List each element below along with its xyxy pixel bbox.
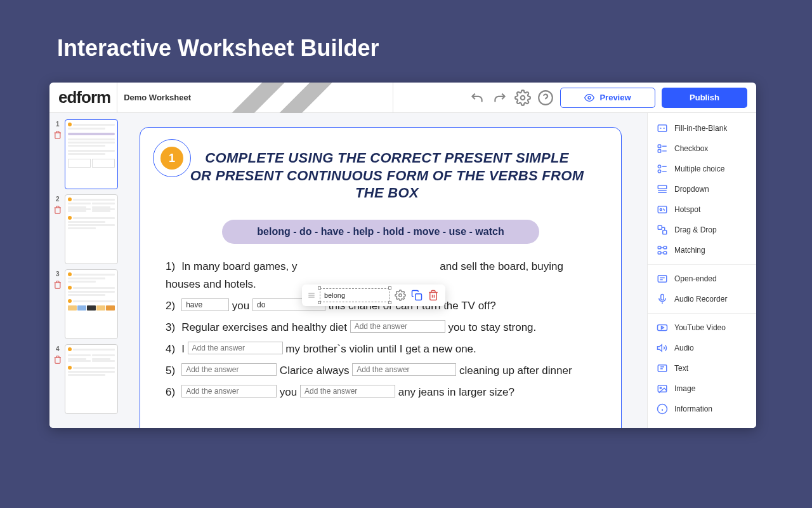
panel-label: Audio Recorder	[674, 295, 727, 304]
toolbar: edform Demo Worksheet Preview Publish	[49, 83, 756, 113]
svg-rect-17	[658, 251, 661, 254]
panel-label: Dropdown	[674, 185, 709, 194]
svg-point-24	[660, 387, 661, 389]
instruction-heading: COMPLETE USING THE CORRECT PRESENT SIMPL…	[166, 149, 596, 202]
field-copy-button[interactable]	[411, 290, 422, 301]
thumb-number: 4	[56, 345, 60, 352]
panel-item-audio-recorder[interactable]: Audio Recorder	[648, 289, 756, 309]
delete-page-button[interactable]	[53, 205, 62, 215]
redo-button[interactable]	[492, 90, 508, 106]
canvas-wrap: 1 COMPLETE USING THE CORRECT PRESENT SIM…	[122, 113, 647, 428]
field-delete-button[interactable]	[428, 290, 439, 301]
svg-rect-13	[658, 225, 662, 229]
text-icon	[657, 363, 668, 374]
fill-blank-icon	[657, 123, 668, 134]
selected-answer-input[interactable]	[320, 288, 390, 302]
svg-rect-20	[661, 295, 664, 300]
page-thumbnail-2[interactable]	[65, 194, 118, 264]
help-button[interactable]	[537, 90, 554, 106]
answer-input[interactable]	[181, 385, 277, 398]
checkbox-icon	[657, 143, 668, 154]
panel-label: Matching	[674, 246, 705, 255]
panel-item-matching[interactable]: Matching	[648, 240, 756, 260]
thumbnail-strip: 1 2	[49, 113, 122, 428]
panel-item-checkbox[interactable]: Checkbox	[648, 138, 756, 159]
image-icon	[657, 383, 668, 394]
preview-button[interactable]: Preview	[560, 88, 655, 108]
answer-input[interactable]	[352, 363, 456, 376]
answer-input[interactable]	[350, 320, 445, 333]
undo-button[interactable]	[469, 90, 485, 106]
question-4: 4)I my brother`s violin until I get a ne…	[166, 340, 596, 358]
worksheet-canvas[interactable]: 1 COMPLETE USING THE CORRECT PRESENT SIM…	[140, 127, 622, 428]
panel-item-dropdown[interactable]: Dropdown	[648, 179, 756, 199]
drag-handle-icon[interactable]	[308, 293, 315, 298]
panel-item-open-ended[interactable]: Open-ended	[648, 269, 756, 289]
answer-input[interactable]	[188, 342, 283, 354]
panel-item-multiple-choice[interactable]: Multiple choice	[648, 159, 756, 179]
thumb-number: 1	[56, 121, 60, 128]
panel-item-hotspot[interactable]: Hotspot	[648, 199, 756, 220]
delete-page-button[interactable]	[53, 130, 62, 140]
thumb-number: 3	[56, 271, 60, 277]
field-settings-button[interactable]	[395, 290, 406, 301]
svg-rect-19	[658, 276, 667, 283]
svg-point-2	[588, 97, 591, 99]
svg-point-0	[521, 95, 525, 100]
panel-divider	[648, 264, 756, 265]
panel-label: Audio	[674, 344, 694, 352]
worksheet-title: Demo Worksheet	[124, 93, 191, 102]
thumb-row: 2	[53, 194, 118, 264]
youtube-icon	[657, 322, 668, 333]
svg-point-8	[658, 165, 661, 168]
panel-item-information[interactable]: Information	[648, 399, 756, 419]
page-thumbnail-4[interactable]	[65, 344, 118, 414]
panel-item-fill-in-the-blank[interactable]: Fill-in-the-Blank	[648, 118, 756, 138]
panel-item-drag-drop[interactable]: Drag & Drop	[648, 220, 756, 240]
open-ended-icon	[657, 273, 668, 284]
audio-icon	[657, 342, 668, 354]
question-6: 6) you any jeans in larger size?	[166, 384, 596, 401]
answer-input[interactable]	[181, 298, 229, 311]
panel-label: Checkbox	[674, 144, 708, 153]
mic-icon	[657, 293, 668, 305]
panel-item-text[interactable]: Text	[648, 358, 756, 378]
thumb-number: 2	[56, 196, 60, 203]
panel-label: Image	[674, 384, 695, 393]
svg-rect-16	[664, 246, 667, 249]
selected-field-wrap	[320, 288, 390, 302]
panel-label: Fill-in-the-Blank	[674, 124, 727, 133]
thumb-row: 3	[53, 269, 118, 339]
delete-page-button[interactable]	[53, 355, 62, 364]
answer-input[interactable]	[300, 385, 395, 398]
svg-rect-10	[658, 185, 667, 189]
svg-rect-5	[658, 125, 667, 132]
svg-point-12	[660, 209, 662, 211]
preview-label: Preview	[599, 93, 631, 102]
dropdown-icon	[657, 184, 668, 195]
panel-item-youtube[interactable]: YouTube Video	[648, 318, 756, 338]
svg-rect-6	[658, 145, 661, 148]
settings-button[interactable]	[514, 90, 531, 106]
logo: edform	[58, 88, 110, 107]
panel-item-image[interactable]: Image	[648, 378, 756, 399]
panel-label: Information	[674, 404, 712, 413]
answer-input[interactable]	[181, 363, 277, 376]
page-thumbnail-1[interactable]	[65, 119, 118, 189]
svg-rect-15	[658, 246, 661, 249]
delete-page-button[interactable]	[53, 280, 62, 290]
page-thumbnail-3[interactable]	[65, 269, 118, 339]
panel-label: Text	[674, 364, 688, 373]
info-icon	[657, 403, 668, 415]
panel-label: Open-ended	[674, 274, 717, 283]
panel-item-audio[interactable]: Audio	[648, 338, 756, 358]
app-window: edform Demo Worksheet Preview Publish	[49, 83, 756, 428]
matching-icon	[657, 244, 668, 256]
panel-divider	[648, 313, 756, 314]
word-box: belong - do - have - help - hold - move …	[222, 220, 539, 244]
svg-point-3	[399, 294, 402, 297]
svg-rect-21	[658, 325, 667, 331]
selection-popover	[302, 284, 445, 306]
publish-button[interactable]: Publish	[662, 88, 747, 108]
app-body: 1 2	[49, 113, 756, 428]
